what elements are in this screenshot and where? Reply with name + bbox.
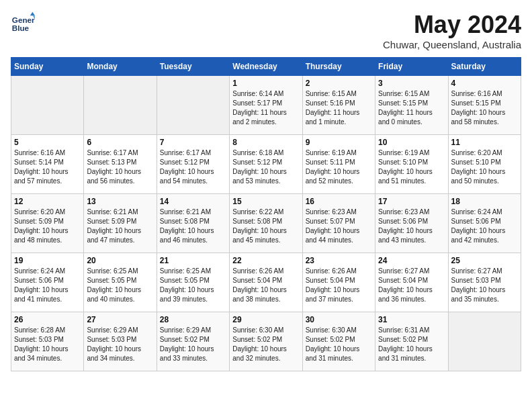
logo-icon: General Blue (11, 11, 35, 35)
calendar-week-2: 5Sunrise: 6:16 AMSunset: 5:14 PMDaylight… (11, 135, 521, 194)
day-info: Sunrise: 6:15 AMSunset: 5:16 PMDaylight:… (306, 89, 372, 127)
day-info: Sunrise: 6:18 AMSunset: 5:12 PMDaylight:… (232, 148, 299, 186)
weekday-header-monday: Monday (84, 58, 157, 76)
day-number: 28 (160, 315, 226, 324)
day-number: 27 (87, 315, 153, 324)
day-number: 23 (306, 256, 372, 265)
day-info: Sunrise: 6:28 AMSunset: 5:03 PMDaylight:… (14, 326, 81, 363)
location: Chuwar, Queensland, Australia (383, 39, 521, 50)
calendar-cell: 29Sunrise: 6:30 AMSunset: 5:02 PMDayligh… (230, 312, 302, 371)
day-info: Sunrise: 6:31 AMSunset: 5:02 PMDaylight:… (378, 326, 445, 363)
calendar-cell: 10Sunrise: 6:19 AMSunset: 5:10 PMDayligh… (375, 135, 448, 194)
weekday-header-thursday: Thursday (302, 58, 375, 76)
weekday-row: SundayMondayTuesdayWednesdayThursdayFrid… (11, 58, 521, 76)
calendar-cell: 8Sunrise: 6:18 AMSunset: 5:12 PMDaylight… (230, 135, 302, 194)
day-info: Sunrise: 6:30 AMSunset: 5:02 PMDaylight:… (232, 326, 299, 363)
calendar-cell: 15Sunrise: 6:22 AMSunset: 5:08 PMDayligh… (230, 194, 302, 253)
day-number: 31 (378, 315, 445, 324)
calendar-cell: 30Sunrise: 6:30 AMSunset: 5:02 PMDayligh… (302, 312, 375, 371)
day-info: Sunrise: 6:20 AMSunset: 5:10 PMDaylight:… (451, 148, 518, 186)
calendar-week-3: 12Sunrise: 6:20 AMSunset: 5:09 PMDayligh… (11, 194, 521, 253)
day-info: Sunrise: 6:26 AMSunset: 5:04 PMDaylight:… (306, 267, 372, 304)
day-number: 18 (451, 197, 518, 206)
calendar-cell: 28Sunrise: 6:29 AMSunset: 5:02 PMDayligh… (157, 312, 229, 371)
calendar-body: 1Sunrise: 6:14 AMSunset: 5:17 PMDaylight… (11, 76, 521, 371)
calendar-cell: 24Sunrise: 6:27 AMSunset: 5:04 PMDayligh… (375, 253, 448, 312)
calendar-cell: 25Sunrise: 6:27 AMSunset: 5:03 PMDayligh… (448, 253, 521, 312)
month-title: May 2024 (383, 11, 521, 39)
day-number: 19 (14, 256, 81, 265)
day-info: Sunrise: 6:27 AMSunset: 5:03 PMDaylight:… (451, 267, 518, 304)
day-info: Sunrise: 6:25 AMSunset: 5:05 PMDaylight:… (87, 267, 153, 304)
day-info: Sunrise: 6:21 AMSunset: 5:08 PMDaylight:… (160, 208, 226, 245)
day-info: Sunrise: 6:24 AMSunset: 5:06 PMDaylight:… (451, 208, 518, 245)
day-info: Sunrise: 6:23 AMSunset: 5:07 PMDaylight:… (306, 208, 372, 245)
calendar-cell: 23Sunrise: 6:26 AMSunset: 5:04 PMDayligh… (302, 253, 375, 312)
day-number: 16 (306, 197, 372, 206)
calendar-cell: 5Sunrise: 6:16 AMSunset: 5:14 PMDaylight… (11, 135, 84, 194)
day-number: 3 (378, 79, 445, 88)
day-info: Sunrise: 6:23 AMSunset: 5:06 PMDaylight:… (378, 208, 445, 245)
day-info: Sunrise: 6:29 AMSunset: 5:03 PMDaylight:… (87, 326, 153, 363)
calendar-header: SundayMondayTuesdayWednesdayThursdayFrid… (11, 58, 521, 76)
calendar-week-5: 26Sunrise: 6:28 AMSunset: 5:03 PMDayligh… (11, 312, 521, 371)
day-number: 17 (378, 197, 445, 206)
weekday-header-friday: Friday (375, 58, 448, 76)
calendar-cell (11, 76, 84, 135)
calendar-cell: 17Sunrise: 6:23 AMSunset: 5:06 PMDayligh… (375, 194, 448, 253)
day-number: 12 (14, 197, 81, 206)
calendar-cell: 13Sunrise: 6:21 AMSunset: 5:09 PMDayligh… (84, 194, 157, 253)
day-info: Sunrise: 6:19 AMSunset: 5:11 PMDaylight:… (306, 148, 372, 186)
calendar-cell: 7Sunrise: 6:17 AMSunset: 5:12 PMDaylight… (157, 135, 229, 194)
calendar-cell: 26Sunrise: 6:28 AMSunset: 5:03 PMDayligh… (11, 312, 84, 371)
day-number: 15 (232, 197, 299, 206)
day-number: 13 (87, 197, 153, 206)
day-info: Sunrise: 6:25 AMSunset: 5:05 PMDaylight:… (160, 267, 226, 304)
day-number: 7 (160, 138, 226, 147)
svg-text:Blue: Blue (12, 24, 30, 32)
day-number: 20 (87, 256, 153, 265)
weekday-header-tuesday: Tuesday (157, 58, 229, 76)
day-info: Sunrise: 6:24 AMSunset: 5:06 PMDaylight:… (14, 267, 81, 304)
day-number: 26 (14, 315, 81, 324)
day-info: Sunrise: 6:21 AMSunset: 5:09 PMDaylight:… (87, 208, 153, 245)
calendar-cell (84, 76, 157, 135)
calendar-cell: 20Sunrise: 6:25 AMSunset: 5:05 PMDayligh… (84, 253, 157, 312)
calendar-cell: 27Sunrise: 6:29 AMSunset: 5:03 PMDayligh… (84, 312, 157, 371)
title-area: May 2024 Chuwar, Queensland, Australia (383, 11, 521, 50)
calendar-cell: 18Sunrise: 6:24 AMSunset: 5:06 PMDayligh… (448, 194, 521, 253)
calendar-table: SundayMondayTuesdayWednesdayThursdayFrid… (11, 57, 521, 371)
day-number: 2 (306, 79, 372, 88)
calendar-cell: 3Sunrise: 6:15 AMSunset: 5:15 PMDaylight… (375, 76, 448, 135)
day-number: 24 (378, 256, 445, 265)
weekday-header-sunday: Sunday (11, 58, 84, 76)
day-number: 22 (232, 256, 299, 265)
day-info: Sunrise: 6:22 AMSunset: 5:08 PMDaylight:… (232, 208, 299, 245)
calendar-cell (157, 76, 229, 135)
day-number: 4 (451, 79, 518, 88)
day-number: 25 (451, 256, 518, 265)
day-info: Sunrise: 6:15 AMSunset: 5:15 PMDaylight:… (378, 89, 445, 127)
calendar-cell: 19Sunrise: 6:24 AMSunset: 5:06 PMDayligh… (11, 253, 84, 312)
day-number: 10 (378, 138, 445, 147)
day-info: Sunrise: 6:26 AMSunset: 5:04 PMDaylight:… (232, 267, 299, 304)
calendar-cell: 16Sunrise: 6:23 AMSunset: 5:07 PMDayligh… (302, 194, 375, 253)
day-info: Sunrise: 6:16 AMSunset: 5:15 PMDaylight:… (451, 89, 518, 127)
logo: General Blue (11, 11, 35, 35)
day-info: Sunrise: 6:19 AMSunset: 5:10 PMDaylight:… (378, 148, 445, 186)
day-number: 11 (451, 138, 518, 147)
calendar-cell: 14Sunrise: 6:21 AMSunset: 5:08 PMDayligh… (157, 194, 229, 253)
day-number: 8 (232, 138, 299, 147)
calendar-cell: 21Sunrise: 6:25 AMSunset: 5:05 PMDayligh… (157, 253, 229, 312)
calendar-cell: 31Sunrise: 6:31 AMSunset: 5:02 PMDayligh… (375, 312, 448, 371)
day-info: Sunrise: 6:17 AMSunset: 5:13 PMDaylight:… (87, 148, 153, 186)
day-info: Sunrise: 6:14 AMSunset: 5:17 PMDaylight:… (232, 89, 299, 127)
day-info: Sunrise: 6:27 AMSunset: 5:04 PMDaylight:… (378, 267, 445, 304)
day-info: Sunrise: 6:16 AMSunset: 5:14 PMDaylight:… (14, 148, 81, 186)
calendar-cell: 4Sunrise: 6:16 AMSunset: 5:15 PMDaylight… (448, 76, 521, 135)
calendar-cell: 12Sunrise: 6:20 AMSunset: 5:09 PMDayligh… (11, 194, 84, 253)
page-header: General Blue May 2024 Chuwar, Queensland… (11, 11, 521, 50)
weekday-header-wednesday: Wednesday (230, 58, 302, 76)
calendar-cell: 22Sunrise: 6:26 AMSunset: 5:04 PMDayligh… (230, 253, 302, 312)
svg-marker-2 (30, 12, 35, 15)
